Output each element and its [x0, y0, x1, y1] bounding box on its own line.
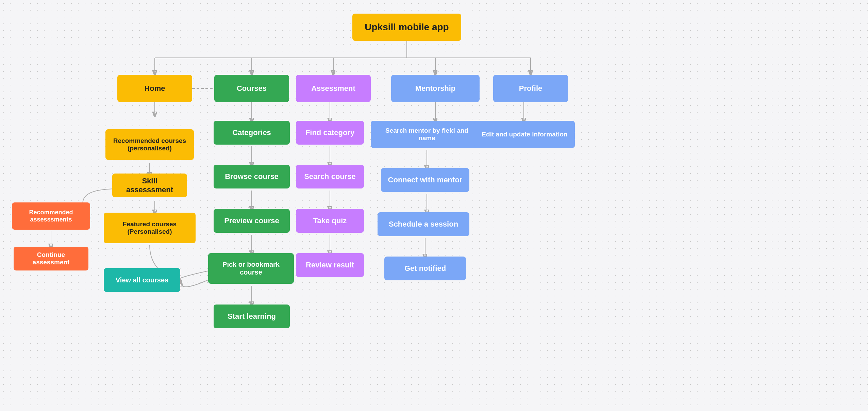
review-result-node: Review result: [296, 253, 364, 277]
take-quiz-node: Take quiz: [296, 209, 364, 233]
preview-course-node: Preview course: [214, 209, 290, 233]
courses-node: Courses: [214, 75, 289, 102]
skill-assessment-node: Skill assesssment: [112, 174, 187, 197]
recommended-assessments-node: Recommended assesssments: [12, 202, 90, 230]
search-mentor-node: Search mentor by field and name: [371, 121, 483, 148]
featured-courses-node: Featured courses (Personalised): [104, 213, 196, 243]
pick-bookmark-node: Pick or bookmark course: [208, 253, 294, 284]
find-category-node: Find category: [296, 121, 364, 145]
browse-course-node: Browse course: [214, 165, 290, 188]
continue-assessment-node: Continue assessment: [14, 247, 88, 270]
connect-mentor-node: Connect with mentor: [381, 168, 469, 192]
recommended-courses-node: Recommended courses (personalised): [105, 129, 194, 160]
start-learning-node: Start learning: [214, 305, 290, 328]
diagram-canvas: Upksill mobile app Home Courses Assessme…: [0, 0, 868, 411]
root-node: Upksill mobile app: [352, 14, 461, 41]
schedule-session-node: Schedule a session: [378, 212, 469, 236]
search-course-node: Search course: [296, 165, 364, 188]
get-notified-node: Get notified: [384, 257, 466, 280]
view-all-courses-node: View all courses: [104, 268, 180, 292]
connectors-svg: [0, 0, 868, 411]
assessment-node: Assessment: [296, 75, 371, 102]
categories-node: Categories: [214, 121, 290, 145]
home-node: Home: [117, 75, 192, 102]
mentorship-node: Mentorship: [391, 75, 480, 102]
profile-node: Profile: [493, 75, 568, 102]
edit-update-node: Edit and update information: [474, 121, 575, 148]
